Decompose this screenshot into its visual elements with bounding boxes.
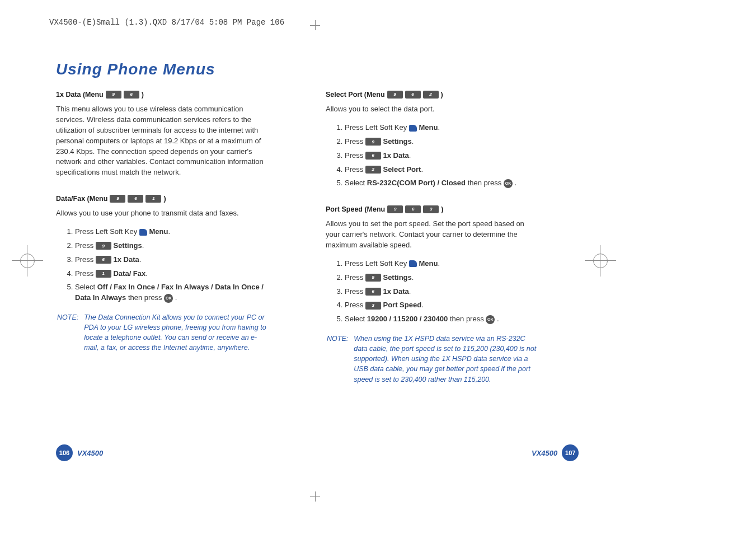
step-bold: 1x Data: [113, 255, 139, 264]
step-bold: Settings: [383, 137, 411, 146]
key-9-icon: 9: [110, 195, 125, 203]
step: Press 9 Settings.: [75, 241, 269, 251]
note-data-fax: NOTE: The Data Connection Kit allows you…: [56, 310, 269, 355]
steps-data-fax: Press Left Soft Key Menu. Press 9 Settin…: [56, 227, 269, 303]
step: Press Left Soft Key Menu.: [345, 259, 538, 269]
step: Press 1 Data/ Fax.: [75, 269, 269, 279]
intro-port-speed: Allows you to set the port speed. Set th…: [326, 219, 538, 251]
key-1-icon: 1: [145, 195, 161, 203]
page-title: Using Phone Menus: [56, 60, 215, 78]
print-header: VX4500-(E)Small (1.3).QXD 8/17/04 5:08 P…: [49, 18, 284, 27]
step-options: RS-232C(COM Port) / Closed: [367, 179, 466, 187]
key-3-icon: 3: [365, 302, 381, 310]
key-9-icon: 9: [387, 91, 403, 99]
crop-mark-left: [20, 254, 35, 268]
key-9-icon: 9: [365, 138, 381, 146]
step-text: Select: [345, 315, 367, 323]
step-bold: 1x Data: [383, 287, 408, 296]
step-bold: Data/ Fax: [113, 269, 145, 278]
heading-close: ): [441, 204, 443, 214]
crop-mark-bottom: [310, 491, 320, 502]
heading-data-fax: Data/Fax (Menu 9 6 1 ): [56, 194, 269, 204]
step-text: Press: [345, 273, 365, 282]
step-bold: Settings: [113, 241, 142, 250]
crop-mark-top: [310, 20, 320, 30]
step-bold: 1x Data: [383, 151, 408, 160]
step: Press 3 Port Speed.: [345, 300, 538, 311]
heading-text: Port Speed (Menu: [326, 204, 385, 214]
intro-data-fax: Allows you to use your phone to transmit…: [56, 208, 269, 219]
step-bold: Port Speed: [383, 301, 421, 309]
crop-mark-right: [593, 254, 608, 268]
step: Press Left Soft Key Menu.: [345, 123, 538, 133]
ok-icon: OK: [504, 179, 513, 188]
heading-text: Data/Fax (Menu: [56, 194, 107, 204]
key-9-icon: 9: [96, 242, 111, 250]
left-soft-key-icon: [139, 229, 147, 236]
key-1-icon: 1: [96, 270, 111, 278]
step-text: Press: [345, 151, 365, 160]
step-text: then press: [450, 315, 486, 323]
heading-text: 1x Data (Menu: [56, 90, 104, 100]
left-column: 1x Data (Menu 9 6 ) This menu allows you…: [56, 90, 269, 355]
intro-select-port: Allows you to select the data port.: [326, 104, 538, 115]
steps-port-speed: Press Left Soft Key Menu. Press 9 Settin…: [326, 259, 538, 325]
step-text: Select: [345, 179, 367, 187]
step: Select RS-232C(COM Port) / Closed then p…: [345, 178, 538, 189]
page-number-right: 107: [562, 444, 579, 461]
step-text: Select: [75, 283, 97, 291]
step: Select 19200 / 115200 / 230400 then pres…: [345, 314, 538, 325]
right-column: Select Port (Menu 9 6 2 ) Allows you to …: [326, 90, 538, 387]
page-number-left: 106: [56, 444, 73, 461]
step: Press 9 Settings.: [345, 273, 538, 283]
key-2-icon: 2: [423, 91, 439, 99]
step: Press 6 1x Data.: [345, 287, 538, 297]
step-bold: Select Port: [383, 165, 421, 174]
step-text: then press: [128, 293, 164, 302]
note-label: NOTE:: [327, 334, 348, 385]
key-9-icon: 9: [387, 205, 403, 213]
step-bold: Menu: [149, 227, 168, 236]
key-6-icon: 6: [365, 152, 381, 160]
key-6-icon: 6: [96, 256, 111, 264]
key-6-icon: 6: [405, 91, 421, 99]
step-text: Press: [345, 137, 365, 146]
step-text: Press: [345, 287, 365, 296]
step: Press Left Soft Key Menu.: [75, 227, 269, 237]
step-text: Press Left Soft Key: [345, 123, 409, 132]
key-6-icon: 6: [405, 205, 421, 213]
step-text: Press Left Soft Key: [345, 259, 409, 268]
step-bold: Settings: [383, 273, 411, 282]
key-9-icon: 9: [365, 274, 381, 282]
step-text: Press: [345, 165, 365, 174]
step-text: then press: [468, 179, 504, 187]
heading-text: Select Port (Menu: [326, 90, 385, 100]
heading-1x-data: 1x Data (Menu 9 6 ): [56, 90, 269, 100]
step-text: Press: [75, 255, 96, 264]
step: Press 2 Select Port.: [345, 165, 538, 175]
heading-select-port: Select Port (Menu 9 6 2 ): [326, 90, 538, 100]
note-text: When using the 1X HSPD data service via …: [354, 334, 537, 385]
key-6-icon: 6: [365, 288, 381, 296]
step-text: .: [175, 293, 177, 302]
key-6-icon: 6: [128, 195, 143, 203]
step: Press 9 Settings.: [345, 137, 538, 147]
note-label: NOTE:: [57, 312, 78, 353]
model-label: VX4500: [532, 449, 557, 457]
note-text: The Data Connection Kit allows you to co…: [84, 312, 267, 353]
footer-right: VX4500 107: [532, 444, 579, 461]
step-options: 19200 / 115200 / 230400: [367, 315, 448, 323]
heading-close: ): [163, 194, 166, 204]
footer-left: 106 VX4500: [56, 444, 103, 461]
step-text: Press Left Soft Key: [75, 227, 139, 236]
steps-select-port: Press Left Soft Key Menu. Press 9 Settin…: [326, 123, 538, 189]
step-text: Press: [75, 241, 96, 250]
model-label: VX4500: [77, 449, 103, 457]
intro-1x-data: This menu allows you to use wireless dat…: [56, 104, 269, 178]
heading-close: ): [142, 90, 144, 100]
ok-icon: OK: [164, 294, 173, 303]
step: Select Off / Fax In Once / Fax In Always…: [75, 282, 269, 303]
step-bold: Menu: [419, 259, 438, 268]
left-soft-key-icon: [409, 125, 417, 132]
step-text: .: [497, 315, 499, 323]
